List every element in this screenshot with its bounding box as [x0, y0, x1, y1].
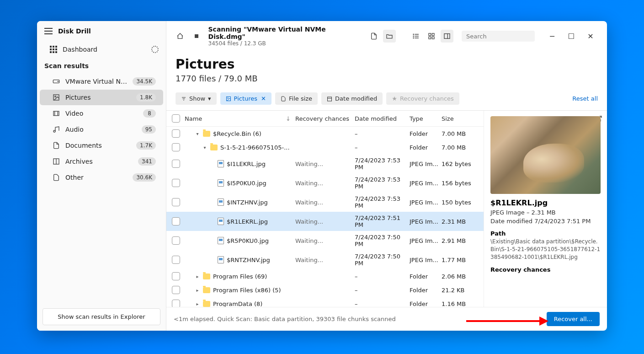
row-checkbox[interactable] — [172, 236, 180, 245]
sidebar-item-other[interactable]: Other30.6K — [40, 170, 163, 185]
folder-icon — [210, 145, 218, 150]
file-icon — [218, 218, 224, 225]
row-checkbox[interactable] — [172, 256, 180, 264]
recovery-chances-filter-button[interactable]: ★Recovery chances — [386, 92, 459, 105]
select-all-checkbox[interactable] — [172, 114, 180, 123]
video-icon — [53, 110, 60, 117]
row-checkbox[interactable] — [172, 272, 180, 280]
table-row[interactable]: ▾$Recycle.Bin (6)–Folder7.00 MB — [166, 127, 484, 140]
row-date: 7/24/2023 7:50 PM — [355, 253, 410, 267]
column-recovery[interactable]: Recovery chances — [295, 115, 355, 122]
row-name: $RNTZHNV.jpg — [227, 257, 270, 263]
preview-image — [490, 116, 601, 194]
maximize-button[interactable]: ☐ — [562, 30, 580, 43]
table-row[interactable]: ▸Program Files (69)–Folder2.06 MB — [166, 269, 484, 283]
table-row[interactable]: $R1LEKRL.jpgWaiting...7/24/2023 7:51 PMJ… — [166, 212, 484, 231]
search-box[interactable] — [462, 31, 535, 42]
row-checkbox[interactable] — [172, 160, 180, 168]
row-recovery: Waiting... — [295, 257, 355, 263]
row-checkbox[interactable] — [172, 300, 180, 307]
sidebar-item-badge: 34.5K — [133, 77, 156, 86]
sidebar-item-label: VMware Virtual NVMe... — [65, 78, 127, 85]
sidebar-item-pictures[interactable]: Pictures1.8K — [40, 90, 163, 105]
folder-view-icon[interactable] — [383, 30, 396, 43]
table-row[interactable]: ▸ProgramData (8)–Folder1.16 MB — [166, 297, 484, 307]
row-checkbox[interactable] — [172, 217, 180, 225]
table-row[interactable]: $R5P0KU0.jpgWaiting...7/24/2023 7:50 PMJ… — [166, 231, 484, 250]
row-size: 156 bytes — [442, 180, 478, 187]
close-button[interactable]: ✕ — [581, 30, 600, 43]
sidebar-item-archives[interactable]: Archives341 — [40, 154, 163, 169]
expand-icon[interactable]: ▾ — [195, 131, 200, 136]
column-date[interactable]: Date modified — [355, 115, 410, 122]
scan-title: Scanning "VMware Virtual NVMe Disk.dmg" — [208, 26, 364, 40]
svg-point-7 — [53, 130, 55, 132]
row-type: Folder — [410, 273, 442, 280]
row-checkbox[interactable] — [172, 129, 180, 138]
panel-view-icon[interactable] — [441, 30, 453, 43]
preview-path: \Existing\Basic data partition\$Recycle.… — [490, 238, 601, 261]
svg-point-3 — [55, 96, 56, 97]
show-filter-button[interactable]: Show▾ — [176, 92, 217, 105]
row-date: 7/24/2023 7:50 PM — [355, 234, 410, 247]
table-row[interactable]: ▸Program Files (x86) (5)–Folder21.2 KB — [166, 283, 484, 297]
recover-all-button[interactable]: Recover all... — [547, 312, 600, 326]
row-size: 1.16 MB — [442, 300, 478, 307]
expand-icon[interactable]: ▾ — [202, 145, 208, 150]
table-row[interactable]: $I1LEKRL.jpgWaiting...7/24/2023 7:53 PMJ… — [166, 154, 484, 173]
column-name[interactable]: Name ↓ — [185, 115, 295, 122]
row-size: 1.77 MB — [442, 257, 478, 263]
svg-point-15 — [413, 36, 414, 36]
date-modified-filter-button[interactable]: Date modified — [321, 92, 383, 105]
expand-icon[interactable]: ▸ — [195, 274, 200, 279]
svg-rect-19 — [429, 37, 431, 39]
expand-icon[interactable]: ▸ — [195, 288, 200, 293]
stop-icon[interactable] — [190, 30, 203, 43]
column-size[interactable]: Size — [442, 115, 478, 122]
pictures-filter-chip[interactable]: Pictures✕ — [220, 92, 271, 105]
file-icon[interactable] — [367, 30, 380, 43]
minimize-button[interactable]: ─ — [543, 30, 561, 43]
column-type[interactable]: Type — [410, 115, 442, 122]
svg-point-1 — [58, 81, 58, 81]
scan-info: Scanning "VMware Virtual NVMe Disk.dmg" … — [208, 26, 364, 47]
close-icon[interactable]: ✕ — [261, 95, 266, 102]
row-name: ProgramData (8) — [213, 300, 262, 307]
sidebar-item-audio[interactable]: Audio95 — [40, 122, 163, 137]
table-header: Name ↓ Recovery chances Date modified Ty… — [166, 111, 484, 127]
section-subtitle: 1770 files / 79.0 MB — [166, 72, 607, 89]
sidebar-item-vmware-virtual-nvme-[interactable]: VMware Virtual NVMe...34.5K — [40, 74, 163, 89]
row-date: – — [355, 300, 410, 307]
row-date: – — [355, 144, 410, 151]
main-area: Scanning "VMware Virtual NVMe Disk.dmg" … — [166, 21, 607, 331]
sidebar-item-video[interactable]: Video8 — [40, 106, 163, 121]
sidebar-item-documents[interactable]: Documents1.7K — [40, 138, 163, 153]
file-size-filter-button[interactable]: File size — [275, 92, 318, 105]
sidebar-item-badge: 1.7K — [136, 141, 156, 150]
row-checkbox[interactable] — [172, 143, 180, 151]
folder-icon — [203, 301, 210, 307]
preview-date: Date modified 7/24/2023 7:51 PM — [490, 218, 601, 225]
show-in-explorer-button[interactable]: Show scan results in Explorer — [43, 308, 160, 325]
home-icon[interactable] — [174, 30, 186, 43]
row-checkbox[interactable] — [172, 179, 180, 187]
grid-view-icon[interactable] — [425, 30, 438, 43]
row-name: $R5P0KU0.jpg — [227, 237, 269, 244]
search-input[interactable] — [466, 33, 544, 40]
row-checkbox[interactable] — [172, 286, 180, 294]
reset-all-link[interactable]: Reset all — [572, 95, 598, 102]
row-checkbox[interactable] — [172, 198, 180, 206]
row-size: 2.31 MB — [442, 218, 478, 225]
sidebar-item-dashboard[interactable]: Dashboard — [37, 41, 166, 58]
table-row[interactable]: $I5P0KU0.jpgWaiting...7/24/2023 7:53 PMJ… — [166, 173, 484, 193]
table-row[interactable]: $RNTZHNV.jpgWaiting...7/24/2023 7:50 PMJ… — [166, 250, 484, 269]
preview-filename: $R1LEKRL.jpg — [490, 198, 601, 207]
svg-rect-10 — [195, 34, 198, 38]
expand-icon[interactable]: ▸ — [195, 301, 200, 306]
table-row[interactable]: $INTZHNV.jpgWaiting...7/24/2023 7:53 PMJ… — [166, 193, 484, 212]
picture-icon — [53, 94, 60, 101]
hamburger-icon[interactable] — [44, 28, 53, 34]
table-row[interactable]: ▾S-1-5-21-966075105-...–Folder7.00 MB — [166, 140, 484, 154]
list-view-icon[interactable] — [410, 30, 422, 43]
row-type: JPEG Im... — [410, 180, 442, 187]
